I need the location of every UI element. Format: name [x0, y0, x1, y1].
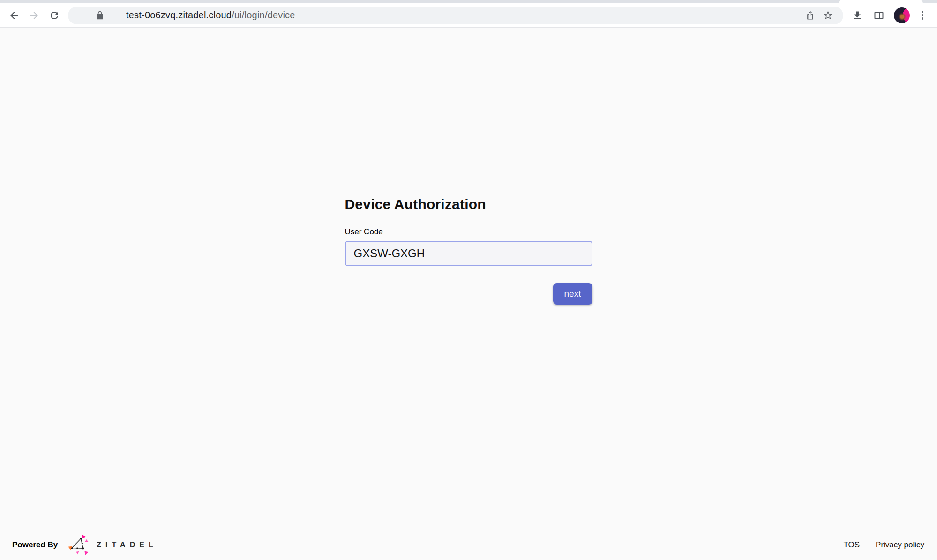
forward-button[interactable]: [25, 6, 44, 25]
padlock-icon: [95, 11, 105, 20]
user-code-field: User Code: [345, 227, 592, 266]
powered-by-label: Powered By: [12, 540, 58, 550]
footer: Powered By ZITADEL: [0, 530, 937, 560]
url-path: /ui/login/device: [232, 10, 295, 20]
privacy-policy-link[interactable]: Privacy policy: [876, 540, 924, 550]
forward-arrow-icon: [29, 10, 40, 21]
tab-strip-remnant: [0, 0, 937, 3]
login-content: Device Authorization User Code next: [0, 28, 937, 530]
side-panel-button[interactable]: [870, 6, 888, 25]
reload-button[interactable]: [45, 6, 64, 25]
zitadel-wordmark: ZITADEL: [97, 541, 157, 549]
form-actions: next: [345, 283, 592, 305]
user-code-input[interactable]: [345, 241, 592, 266]
download-icon: [852, 10, 863, 21]
url-text: test-0o6zvq.zitadel.cloud/ui/login/devic…: [126, 10, 801, 21]
address-bar[interactable]: test-0o6zvq.zitadel.cloud/ui/login/devic…: [68, 7, 843, 24]
star-outline-icon: [823, 10, 833, 21]
bookmark-button[interactable]: [819, 7, 837, 24]
page-title: Device Authorization: [345, 195, 592, 213]
tos-link[interactable]: TOS: [843, 540, 860, 550]
profile-avatar[interactable]: [894, 7, 910, 23]
footer-branding: Powered By ZITADEL: [12, 534, 157, 556]
side-panel-icon: [873, 10, 885, 21]
back-button[interactable]: [5, 6, 23, 25]
three-dot-menu-icon: [922, 10, 924, 21]
active-tab-bottom: [839, 0, 923, 3]
share-button[interactable]: [801, 7, 819, 24]
share-icon: [805, 10, 816, 21]
back-arrow-icon: [8, 10, 20, 21]
device-auth-form: Device Authorization User Code next: [345, 28, 592, 530]
user-code-label: User Code: [345, 227, 592, 237]
browser-toolbar: test-0o6zvq.zitadel.cloud/ui/login/devic…: [0, 3, 937, 28]
footer-links: TOS Privacy policy: [843, 540, 924, 550]
reload-icon: [49, 10, 60, 21]
next-button[interactable]: next: [553, 283, 592, 305]
url-host: test-0o6zvq.zitadel.cloud: [126, 10, 232, 20]
page-viewport: Device Authorization User Code next Powe…: [0, 28, 937, 560]
toolbar-actions: [848, 6, 930, 25]
browser-menu-button[interactable]: [915, 6, 930, 25]
zitadel-logo-icon: [67, 534, 90, 556]
downloads-button[interactable]: [848, 6, 867, 25]
